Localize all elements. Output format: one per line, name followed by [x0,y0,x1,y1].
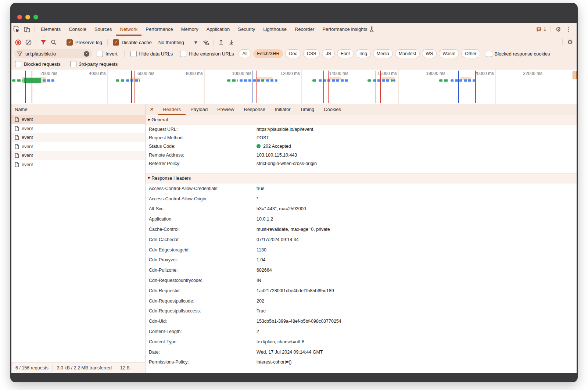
checkbox-unchecked[interactable] [70,61,76,67]
request-row[interactable]: event [11,115,145,124]
filter-icon[interactable] [38,37,49,47]
clear-network-log-icon[interactable] [23,37,33,47]
checkbox-unchecked[interactable] [180,51,186,57]
issues-counter[interactable]: 1 [534,27,548,32]
export-har-icon[interactable] [226,37,236,47]
filter-chip-other[interactable]: Other [461,49,480,58]
network-conditions-icon[interactable] [201,37,211,47]
checkbox-unchecked[interactable] [130,51,137,57]
checkbox-unchecked[interactable] [486,51,492,57]
hide-data-urls-checkbox[interactable]: Hide data URLs [127,51,177,57]
name-column-header[interactable]: Name [11,104,145,115]
detail-tab-initiator[interactable]: Initiator [270,104,295,115]
toolbar-right: ⚙ [560,36,575,48]
request-row[interactable]: event [11,124,145,133]
header-value: 103.180.115.10:443 [257,153,577,158]
filter-chip-css[interactable]: CSS [303,49,320,58]
request-row[interactable]: event [11,151,145,160]
import-har-icon[interactable] [216,37,226,47]
checkbox-checked[interactable] [113,39,119,46]
chip-label: Manifest [399,51,416,56]
filter-chip-js[interactable]: JS [322,49,335,58]
filter-chip-all[interactable]: All [239,49,251,58]
header-row: Request URL: https://plausible.io/api/ev… [146,125,577,133]
header-name: Access-Control-Allow-Origin: [146,196,257,201]
request-row[interactable]: event [11,142,145,151]
close-detail-icon[interactable]: ✕ [146,104,158,115]
more-options-icon[interactable]: ⋮ [563,24,574,35]
close-window-button[interactable] [17,15,22,19]
detail-tab-payload[interactable]: Payload [186,104,212,115]
device-toolbar-icon[interactable] [22,24,32,35]
detail-tab-label: Initiator [275,107,291,112]
tab-console[interactable]: Console [65,23,90,36]
tab-performance[interactable]: Performance [141,23,177,36]
detail-tab-cookies[interactable]: Cookies [319,104,346,115]
request-row[interactable]: event [11,133,145,142]
detail-tab-preview[interactable]: Preview [212,104,239,115]
tab-recorder[interactable]: Recorder [291,23,318,36]
filter-chip-fetch-xhr[interactable]: Fetch/XHR [253,49,283,58]
general-section-header[interactable]: ▼ General [146,115,577,125]
divider [124,50,125,57]
filter-input[interactable] [25,51,74,57]
detail-tab-timing[interactable]: Timing [295,104,319,115]
devtools-tabbar: Elements Console Sources Network Perform… [11,23,577,36]
filter-chip-ws[interactable]: WS [422,49,437,58]
network-overview-timeline[interactable]: 2000 ms 4000 ms 6000 ms 8000 ms 10000 ms… [11,69,577,104]
checkbox-unchecked[interactable] [97,51,103,57]
settings-gear-icon[interactable]: ⚙ [553,24,563,35]
request-row[interactable]: event [11,160,145,169]
chip-label: Img [359,51,367,56]
minimize-window-button[interactable] [25,15,30,19]
chip-label: Wasm [442,51,455,56]
checkbox-unchecked[interactable] [15,61,21,67]
filter-chip-img[interactable]: Img [356,49,371,58]
filter-chip-wasm[interactable]: Wasm [439,49,459,58]
response-headers-section-header[interactable]: ▼ Response Headers [146,173,577,183]
clear-filter-icon[interactable]: ✕ [84,51,89,57]
name-column-label: Name [15,107,28,112]
tab-security[interactable]: Security [234,23,259,36]
detail-tab-response[interactable]: Response [239,104,270,115]
blocked-requests-checkbox[interactable]: Blocked requests [15,61,61,67]
network-settings-gear-icon[interactable]: ⚙ [565,37,575,47]
tab-lighthouse[interactable]: Lighthouse [259,23,291,36]
preserve-log-checkbox[interactable]: Preserve log [64,39,105,46]
tab-performance-insights[interactable]: Performance insights [318,23,378,36]
request-activity-cluster [439,79,475,82]
timeline-scroll-handle[interactable] [573,71,577,79]
filter-chip-font[interactable]: Font [337,49,354,58]
window-titlebar[interactable] [10,3,578,23]
checkbox-checked[interactable] [67,39,73,46]
filter-chip-doc[interactable]: Doc [285,49,301,58]
detail-tab-label: Cookies [324,107,341,112]
tab-sources[interactable]: Sources [90,23,116,36]
zoom-window-button[interactable] [33,15,38,19]
tab-application[interactable]: Application [202,23,234,36]
network-main-split: Name event event event event [11,104,577,373]
hide-extension-urls-checkbox[interactable]: Hide extension URLs [176,51,237,57]
request-name: event [22,126,33,131]
filter-chip-media[interactable]: Media [373,49,393,58]
inspect-element-icon[interactable] [11,24,22,35]
tab-memory[interactable]: Memory [177,23,202,36]
third-party-requests-checkbox[interactable]: 3rd-party requests [70,61,118,67]
blocked-response-cookies-checkbox[interactable]: Blocked response cookies [481,51,555,57]
request-activity-cluster [368,79,395,82]
throttling-dropdown[interactable]: No throttling ▼ [155,40,201,45]
tab-network[interactable]: Network [116,23,142,36]
record-network-log-icon[interactable] [13,37,23,47]
filter-input-pill[interactable]: ✕ [14,49,92,58]
tab-elements[interactable]: Elements [37,23,65,36]
tabbar-right-controls: 1 ⚙ ⋮ [534,24,577,35]
invert-checkbox[interactable]: Invert [92,51,122,57]
load-event-marker [135,71,135,103]
disable-cache-checkbox[interactable]: Disable cache [110,39,155,46]
detail-tab-headers[interactable]: Headers [158,104,186,115]
issues-count: 1 [544,27,546,32]
tick-label: 12000 ms [280,71,300,76]
search-icon[interactable] [49,37,59,47]
disable-cache-label: Disable cache [122,40,152,45]
filter-chip-manifest[interactable]: Manifest [395,49,420,58]
